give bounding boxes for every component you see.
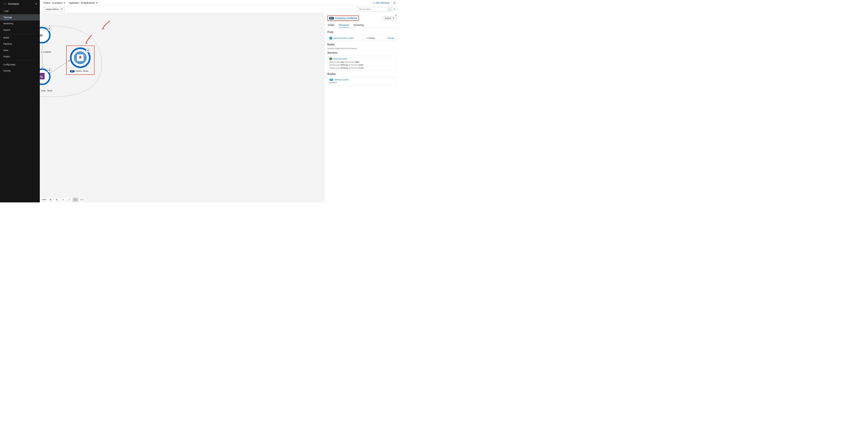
open-url-icon[interactable] xyxy=(47,27,52,31)
display-options-label: Display Options xyxy=(45,8,59,10)
view-shortcuts-link[interactable]: ⓘ View shortcuts xyxy=(373,2,390,4)
topbar: Project: cn-project1 Application: all ap… xyxy=(40,0,399,6)
project-selector[interactable]: Project: cn-project1 xyxy=(43,2,65,4)
display-options-button[interactable]: Display Options xyxy=(43,7,65,11)
project-value: cn-project1 xyxy=(52,2,63,4)
application-value: all applications xyxy=(81,2,95,4)
route-link[interactable]: inventory-coolstore xyxy=(335,79,348,80)
fit-button[interactable]: ✕ xyxy=(61,198,66,202)
routes-heading: Routes xyxy=(327,73,396,76)
service-port-row: Service port: http ➔ Pod Port: 8080 xyxy=(329,61,395,63)
panel-tabs: Details Resources Monitoring xyxy=(324,23,399,28)
route-card: RT inventory-coolstore Location: xyxy=(327,77,396,86)
chevron-down-icon xyxy=(96,2,98,3)
service-card: S inventory-coolstore Service port: http… xyxy=(327,56,396,71)
tab-resources[interactable]: Resources xyxy=(338,23,349,28)
topology-graph: de √x xyxy=(40,13,324,202)
service-port: http xyxy=(341,61,344,63)
pod-status-text: Running xyxy=(368,37,375,39)
arrow-right-icon: ➔ xyxy=(344,61,346,63)
panel-header: DC inventory-coolstore Actions xyxy=(324,13,399,23)
nav-topology[interactable]: Topology xyxy=(0,14,40,21)
reset-view-button[interactable]: ⛶ xyxy=(67,198,72,202)
node-label-text: tewa...lstore xyxy=(41,89,53,92)
node-label-selected[interactable]: DC invent...lstore xyxy=(68,69,90,73)
service-badge: S xyxy=(329,57,332,60)
application-label: Application: xyxy=(68,2,80,4)
service-port-row: Service port: 8778-tcp ➔ Pod Port: 8778 xyxy=(329,67,395,69)
nav-configmaps[interactable]: Config Maps xyxy=(0,62,40,68)
chevron-down-icon xyxy=(64,2,65,3)
close-icon[interactable]: ✕ xyxy=(395,14,397,17)
perspective-switcher[interactable]: </> Developer xyxy=(0,0,40,8)
svg-line-19 xyxy=(57,200,58,201)
annotation-highlight-title: DC inventory-coolstore xyxy=(327,15,359,21)
nav-secrets[interactable]: Secrets xyxy=(0,68,40,74)
builds-empty-text: No Build Configs found for this resource… xyxy=(327,47,396,49)
layout-2-button[interactable]: 2 xyxy=(79,198,85,202)
svg-line-25 xyxy=(75,199,75,200)
pod-badge: P xyxy=(329,37,332,39)
node-label[interactable]: o-coolstore xyxy=(40,50,53,54)
nav-helm[interactable]: Helm xyxy=(0,47,40,54)
shortcuts-label: View shortcuts xyxy=(376,2,390,4)
group-label-partial[interactable]: cools xyxy=(40,198,47,202)
open-url-icon[interactable] xyxy=(86,48,90,53)
node-label-text: o-coolstore xyxy=(41,50,52,53)
list-view-icon[interactable]: ☰ xyxy=(393,1,396,5)
pods-heading: Pods xyxy=(327,31,396,34)
application-selector[interactable]: Application: all applications xyxy=(68,2,97,4)
pod-card: P inventory-coolstore-1-gkrp7 ⟳ Running … xyxy=(327,35,396,41)
chevron-down-icon xyxy=(61,9,63,9)
arrow-right-icon: ➔ xyxy=(348,67,350,69)
search-kbd-hint: / xyxy=(388,7,392,11)
nav-project[interactable]: Project xyxy=(0,54,40,60)
layout-1-label: 1 xyxy=(76,199,77,201)
nav-builds[interactable]: Builds xyxy=(0,35,40,41)
service-link[interactable]: inventory-coolstore xyxy=(334,58,347,60)
node-label-text: invent...lstore xyxy=(76,70,88,73)
arrow-right-icon: ➔ xyxy=(348,64,350,66)
svg-point-26 xyxy=(81,199,81,200)
dc-badge: DC xyxy=(329,17,334,20)
zoom-in-button[interactable] xyxy=(48,198,54,202)
actions-button[interactable]: Actions xyxy=(382,16,397,20)
route-location-label: Location: xyxy=(329,81,337,84)
service-port-row: Service port: 8443-tcp ➔ Pod Port: 8443 xyxy=(329,64,395,66)
pod-port: 8080 xyxy=(355,61,359,63)
sync-icon: ⟳ xyxy=(366,37,368,39)
perspective-label: Developer xyxy=(8,3,35,5)
nav-pipelines[interactable]: Pipelines xyxy=(0,41,40,47)
project-label: Project: xyxy=(43,2,51,4)
svg-point-21 xyxy=(74,199,75,200)
zoom-bar: cools ✕ ⛶ 1 2 xyxy=(40,197,85,202)
layout-1-button[interactable]: 1 xyxy=(73,198,78,202)
svg-line-24 xyxy=(74,199,75,200)
sidebar: </> Developer +Add Topology Monitoring S… xyxy=(0,0,40,202)
services-heading: Services xyxy=(327,52,396,55)
route-badge: RT xyxy=(329,79,333,81)
open-url-icon[interactable] xyxy=(47,68,52,73)
svg-point-22 xyxy=(75,199,75,200)
panel-title: inventory-coolstore xyxy=(335,16,358,20)
tab-monitoring[interactable]: Monitoring xyxy=(353,23,364,28)
panel-body: Pods P inventory-coolstore-1-gkrp7 ⟳ Run… xyxy=(324,28,399,202)
main: Project: cn-project1 Application: all ap… xyxy=(40,0,399,202)
zoom-out-button[interactable] xyxy=(54,198,60,202)
svg-line-15 xyxy=(51,200,52,201)
info-icon[interactable]: ⓘ xyxy=(394,7,396,10)
pod-link[interactable]: inventory-coolstore-1-gkrp7 xyxy=(334,37,353,39)
search-input[interactable] xyxy=(358,7,389,11)
nav-monitoring[interactable]: Monitoring xyxy=(0,21,40,27)
question-circle-icon: ⓘ xyxy=(373,2,375,4)
view-logs-link[interactable]: View logs xyxy=(387,37,394,39)
svg-text:√x: √x xyxy=(40,75,43,79)
svg-point-27 xyxy=(81,199,82,200)
nav-add[interactable]: +Add xyxy=(0,8,40,14)
node-label[interactable]: tewa...lstore xyxy=(40,89,54,93)
topology-canvas[interactable]: de √x xyxy=(40,13,324,202)
tab-details[interactable]: Details xyxy=(327,23,335,28)
layout-2-label: 2 xyxy=(82,199,83,201)
nav-search[interactable]: Search xyxy=(0,27,40,33)
toolbar: Display Options / ⓘ xyxy=(40,6,399,13)
